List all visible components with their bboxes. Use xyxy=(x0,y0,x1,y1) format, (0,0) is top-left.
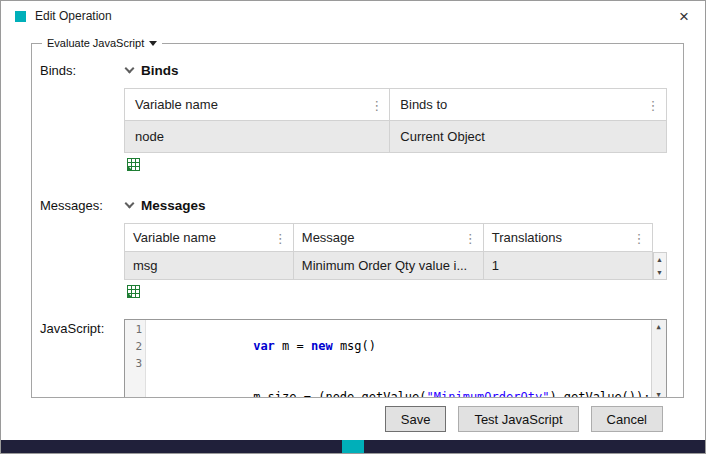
line-number: 3 xyxy=(125,355,142,372)
code-keyword: var xyxy=(253,339,275,353)
messages-table: Variable name ⋮ Message ⋮ Translations xyxy=(124,223,653,280)
footer-bar xyxy=(1,440,705,453)
binds-header-row: Variable name ⋮ Binds to ⋮ xyxy=(125,89,667,121)
export-table-icon[interactable] xyxy=(125,156,142,173)
code-token: m.size = (node.getValue( xyxy=(253,390,426,398)
operation-type-dropdown[interactable]: Evaluate JavaScript xyxy=(42,37,162,49)
column-menu-icon[interactable]: ⋮ xyxy=(274,230,287,245)
chevron-down-icon xyxy=(149,41,157,46)
messages-body: Messages Variable name ⋮ xyxy=(124,196,667,303)
binds-body: Binds Variable name ⋮ Binds to xyxy=(124,61,667,176)
column-menu-icon[interactable]: ⋮ xyxy=(464,230,477,245)
table-row[interactable]: msg Minimum Order Qty value i... 1 xyxy=(125,252,653,280)
edit-operation-dialog: Edit Operation × Evaluate JavaScript Bin… xyxy=(0,0,706,454)
operation-type-label: Evaluate JavaScript xyxy=(47,37,144,49)
chevron-down-icon xyxy=(125,64,135,74)
test-javascript-button[interactable]: Test JavaScript xyxy=(458,406,578,432)
titlebar: Edit Operation × xyxy=(1,1,705,31)
scroll-up-icon[interactable]: ▲ xyxy=(656,256,663,263)
code-token: msg() xyxy=(333,339,376,353)
column-header-variable-name[interactable]: Variable name ⋮ xyxy=(125,224,294,252)
scroll-up-icon[interactable]: ▲ xyxy=(656,323,660,331)
app-icon xyxy=(15,11,26,22)
dialog-content: Evaluate JavaScript Binds: Binds xyxy=(1,31,705,398)
cell-variable-name[interactable]: node xyxy=(125,121,390,153)
cell-variable-name[interactable]: msg xyxy=(125,252,294,280)
code-string: "MinimumOrderQty" xyxy=(427,390,550,398)
cell-translations[interactable]: 1 xyxy=(483,252,652,280)
column-header-label: Translations xyxy=(492,230,562,245)
messages-section-title: Messages xyxy=(141,198,206,213)
column-header-label: Variable name xyxy=(135,97,218,112)
code-token: ).getValue()); xyxy=(549,390,650,398)
export-table-icon[interactable] xyxy=(125,283,142,300)
chevron-down-icon xyxy=(125,199,135,209)
table-scrollbar[interactable]: ▲ ▼ xyxy=(653,252,667,280)
messages-label: Messages: xyxy=(40,196,124,303)
code-line[interactable]: m.size = (node.getValue("MinimumOrderQty… xyxy=(146,372,651,398)
editor-scrollbar[interactable]: ▲ ▼ xyxy=(651,320,666,398)
column-header-variable-name[interactable]: Variable name ⋮ xyxy=(125,89,390,121)
binds-section-toggle[interactable]: Binds xyxy=(126,63,667,78)
spreadsheet-icon xyxy=(126,157,141,172)
line-number: 1 xyxy=(125,321,142,338)
line-number: 2 xyxy=(125,338,142,355)
binds-table: Variable name ⋮ Binds to ⋮ xyxy=(124,88,667,153)
binds-label: Binds: xyxy=(40,61,124,176)
operation-group: Evaluate JavaScript Binds: Binds xyxy=(31,37,684,398)
column-header-binds-to[interactable]: Binds to ⋮ xyxy=(390,89,666,121)
column-header-label: Variable name xyxy=(133,230,216,245)
column-menu-icon[interactable]: ⋮ xyxy=(633,230,646,245)
button-bar: Save Test JavaScript Cancel xyxy=(1,398,705,440)
scroll-down-icon[interactable]: ▼ xyxy=(656,269,663,276)
code-keyword: new xyxy=(311,339,333,353)
cancel-button[interactable]: Cancel xyxy=(591,406,663,432)
brand-accent xyxy=(342,440,364,453)
messages-table-wrap: Variable name ⋮ Message ⋮ Translations xyxy=(124,223,667,280)
cell-binds-to[interactable]: Current Object xyxy=(390,121,666,153)
save-button[interactable]: Save xyxy=(385,406,447,432)
column-header-message[interactable]: Message ⋮ xyxy=(293,224,483,252)
table-row[interactable]: node Current Object xyxy=(125,121,667,153)
spreadsheet-icon xyxy=(126,284,141,299)
column-header-label: Message xyxy=(302,230,355,245)
code-line[interactable]: var m = new msg() xyxy=(146,321,651,372)
binds-field: Binds: Binds Variable name ⋮ xyxy=(40,61,667,176)
messages-field: Messages: Messages Variable name xyxy=(40,196,667,303)
binds-section-title: Binds xyxy=(141,63,179,78)
scroll-down-icon[interactable]: ▼ xyxy=(656,391,660,398)
column-header-translations[interactable]: Translations ⋮ xyxy=(483,224,652,252)
column-header-label: Binds to xyxy=(400,97,447,112)
javascript-field: JavaScript: 1 2 3 var m = new msg() m.si… xyxy=(40,319,667,398)
column-menu-icon[interactable]: ⋮ xyxy=(370,97,383,112)
messages-header-row: Variable name ⋮ Message ⋮ Translations xyxy=(125,224,653,252)
code-token: m = xyxy=(275,339,311,353)
messages-section-toggle[interactable]: Messages xyxy=(126,198,667,213)
column-menu-icon[interactable]: ⋮ xyxy=(647,97,660,112)
code-area[interactable]: var m = new msg() m.size = (node.getValu… xyxy=(146,320,651,398)
javascript-label: JavaScript: xyxy=(40,319,124,398)
close-icon[interactable]: × xyxy=(675,8,693,25)
line-number-gutter: 1 2 3 xyxy=(125,320,146,398)
window-title: Edit Operation xyxy=(35,9,675,23)
javascript-editor[interactable]: 1 2 3 var m = new msg() m.size = (node.g… xyxy=(124,319,667,398)
cell-message[interactable]: Minimum Order Qty value i... xyxy=(293,252,483,280)
